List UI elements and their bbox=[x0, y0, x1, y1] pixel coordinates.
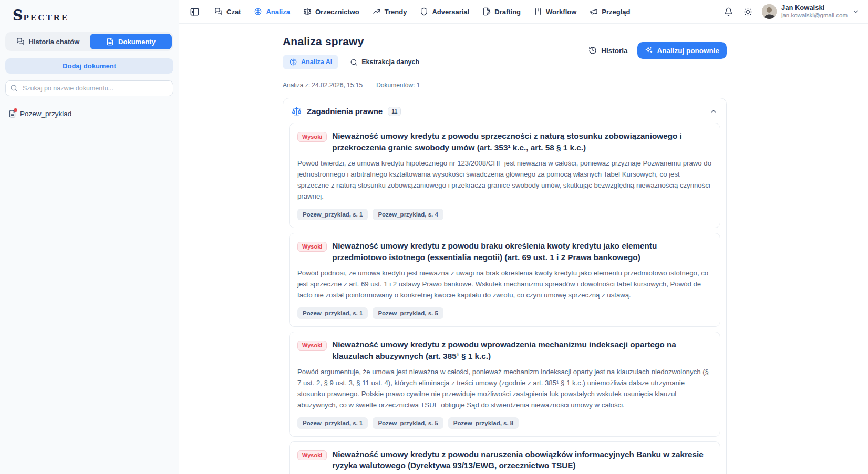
legal-issue-item[interactable]: Wysoki Nieważność umowy kredytu z powodu… bbox=[289, 332, 720, 437]
topbar-right: Jan Kowalski jan.kowalski@gmail.com bbox=[723, 4, 860, 19]
brand-logo-initial: S bbox=[13, 7, 24, 24]
brain-icon bbox=[289, 58, 297, 66]
top-navbar: Czat Analiza Orzecznictwo Trendy Adversa… bbox=[179, 0, 868, 24]
issue-title: Nieważność umowy kredytu z powodu wprowa… bbox=[332, 339, 712, 362]
document-search bbox=[5, 80, 173, 96]
main-area: Czat Analiza Orzecznictwo Trendy Adversa… bbox=[179, 0, 868, 474]
view-tab-ekstrakcja-danych[interactable]: Ekstrakcja danych bbox=[344, 55, 426, 69]
analysis-date: Analiza z: 24.02.2026, 15:15 bbox=[283, 81, 363, 89]
issue-title: Nieważność umowy kredytu z powodu braku … bbox=[332, 240, 712, 263]
brand-logo: SPECTRE bbox=[5, 6, 173, 32]
nav-item-workflow[interactable]: Workflow bbox=[534, 7, 576, 16]
user-avatar bbox=[762, 4, 777, 19]
issue-description: Powód podnosi, że umowa kredytu jest nie… bbox=[297, 268, 712, 301]
user-name: Jan Kowalski bbox=[781, 4, 848, 12]
source-page-tag[interactable]: Pozew_przyklad, s. 8 bbox=[448, 417, 519, 429]
nav-item-przegląd[interactable]: Przegląd bbox=[590, 7, 630, 16]
nav-item-adversarial[interactable]: Adversarial bbox=[420, 7, 469, 16]
search-icon bbox=[10, 84, 18, 92]
user-meta: Jan Kowalski jan.kowalski@gmail.com bbox=[781, 4, 848, 19]
sidebar-segmented-control: Historia chatówDokumenty bbox=[5, 32, 173, 51]
issue-list: Wysoki Nieważność umowy kredytu z powodu… bbox=[283, 123, 726, 474]
brand-logo-text: PECTRE bbox=[24, 13, 69, 23]
legal-issue-item[interactable]: Wysoki Nieważność umowy kredytu z powodu… bbox=[289, 441, 720, 474]
nav-item-drafting[interactable]: Drafting bbox=[482, 7, 521, 16]
document-list-item[interactable]: Pozew_przyklad bbox=[5, 108, 173, 120]
workflow-icon bbox=[534, 7, 542, 16]
history-button-label: Historia bbox=[601, 47, 627, 55]
nav-item-orzecznictwo[interactable]: Orzecznictwo bbox=[303, 7, 359, 16]
page-content: Analiza sprawy Analiza AIEkstrakcja dany… bbox=[179, 24, 727, 474]
sidebar-tab-dokumenty[interactable]: Dokumenty bbox=[90, 34, 172, 49]
analysis-doc-count: Dokumentów: 1 bbox=[376, 81, 420, 89]
issue-title: Nieważność umowy kredytu z powodu narusz… bbox=[332, 449, 712, 471]
issue-source-tags: Pozew_przyklad, s. 1Pozew_przyklad, s. 4 bbox=[297, 209, 712, 220]
source-page-tag[interactable]: Pozew_przyklad, s. 5 bbox=[373, 307, 443, 319]
shield-icon bbox=[420, 7, 428, 16]
sidebar-collapse-button[interactable] bbox=[189, 6, 201, 18]
issue-title: Nieważność umowy kredytu z powodu sprzec… bbox=[332, 130, 712, 153]
unread-dot bbox=[14, 108, 17, 112]
megaphone-icon bbox=[590, 7, 598, 16]
chevron-up-icon[interactable] bbox=[709, 107, 718, 116]
add-document-button[interactable]: Dodaj dokument bbox=[5, 58, 173, 74]
scale-icon bbox=[303, 7, 312, 16]
page-header: Analiza sprawy Analiza AIEkstrakcja dany… bbox=[283, 35, 727, 89]
legal-issues-title: Zagadnienia prawne bbox=[307, 107, 383, 116]
document-search-input[interactable] bbox=[5, 80, 173, 96]
theme-toggle-sun-icon[interactable] bbox=[742, 6, 753, 17]
issue-description: Powód argumentuje, że umowa jest nieważn… bbox=[297, 367, 712, 410]
sidebar-tab-historia-chatów[interactable]: Historia chatów bbox=[7, 34, 89, 49]
legal-issues-card: Zagadnienia prawne 11 Wysoki Nieważność … bbox=[283, 98, 727, 474]
severity-badge: Wysoki bbox=[297, 242, 327, 252]
legal-issue-item[interactable]: Wysoki Nieważność umowy kredytu z powodu… bbox=[289, 233, 720, 327]
chat-icon bbox=[16, 37, 25, 46]
source-page-tag[interactable]: Pozew_przyklad, s. 1 bbox=[297, 209, 368, 220]
issue-source-tags: Pozew_przyklad, s. 1Pozew_przyklad, s. 5 bbox=[297, 307, 712, 319]
history-button[interactable]: Historia bbox=[588, 46, 627, 55]
sidebar: SPECTRE Historia chatówDokumenty Dodaj d… bbox=[0, 0, 179, 474]
source-page-tag[interactable]: Pozew_przyklad, s. 5 bbox=[373, 417, 443, 429]
nav-item-trendy[interactable]: Trendy bbox=[373, 7, 407, 16]
search-icon bbox=[350, 58, 358, 66]
source-page-tag[interactable]: Pozew_przyklad, s. 4 bbox=[373, 209, 443, 220]
nav-item-czat[interactable]: Czat bbox=[214, 7, 241, 16]
notifications-bell-icon[interactable] bbox=[723, 6, 734, 17]
view-tab-analiza-ai[interactable]: Analiza AI bbox=[283, 55, 338, 69]
nav-item-analiza[interactable]: Analiza bbox=[254, 7, 290, 16]
issues-count-badge: 11 bbox=[388, 107, 401, 116]
header-actions: Historia Analizuj ponownie bbox=[588, 42, 727, 59]
brain-icon bbox=[254, 7, 262, 16]
scale-icon bbox=[292, 106, 302, 116]
document-name: Pozew_przyklad bbox=[20, 110, 71, 118]
issue-source-tags: Pozew_przyklad, s. 1Pozew_przyklad, s. 5… bbox=[297, 417, 712, 429]
app-root: SPECTRE Historia chatówDokumenty Dodaj d… bbox=[0, 0, 868, 474]
severity-badge: Wysoki bbox=[297, 132, 327, 142]
user-email: jan.kowalski@gmail.com bbox=[781, 12, 848, 19]
document-list: Pozew_przyklad bbox=[5, 108, 173, 120]
analysis-meta: Analiza z: 24.02.2026, 15:15 Dokumentów:… bbox=[283, 81, 727, 89]
document-file-icon bbox=[8, 110, 16, 118]
user-menu[interactable]: Jan Kowalski jan.kowalski@gmail.com bbox=[762, 4, 860, 19]
legal-issue-item[interactable]: Wysoki Nieważność umowy kredytu z powodu… bbox=[289, 123, 720, 228]
source-page-tag[interactable]: Pozew_przyklad, s. 1 bbox=[297, 417, 368, 429]
chat-icon bbox=[214, 7, 223, 16]
issue-description: Powód twierdzi, że umowa kredytu hipotec… bbox=[297, 158, 712, 202]
primary-nav: Czat Analiza Orzecznictwo Trendy Adversa… bbox=[214, 7, 631, 16]
severity-badge: Wysoki bbox=[297, 341, 327, 351]
draft-icon bbox=[482, 7, 491, 16]
chevron-down-icon bbox=[852, 8, 860, 15]
reanalyze-button[interactable]: Analizuj ponownie bbox=[637, 42, 727, 59]
severity-badge: Wysoki bbox=[297, 450, 327, 460]
legal-issues-header[interactable]: Zagadnienia prawne 11 bbox=[283, 98, 726, 123]
source-page-tag[interactable]: Pozew_przyklad, s. 1 bbox=[297, 307, 368, 319]
file-icon bbox=[106, 38, 114, 46]
trend-icon bbox=[373, 7, 381, 16]
reanalyze-button-label: Analizuj ponownie bbox=[657, 47, 720, 55]
